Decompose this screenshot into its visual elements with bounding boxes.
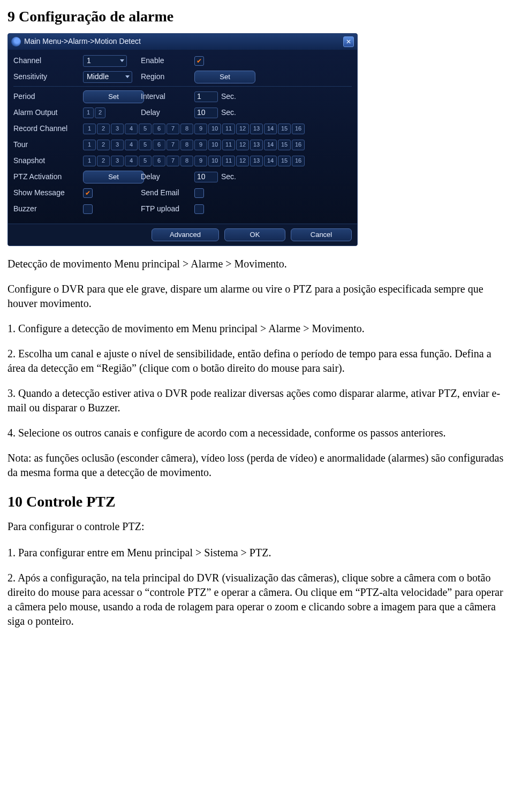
- record-channel-4[interactable]: 4: [125, 124, 138, 134]
- chevron-down-icon: [125, 75, 130, 78]
- alarm-output-2[interactable]: 2: [95, 108, 105, 118]
- show-message-checkbox[interactable]: ✔: [83, 188, 93, 198]
- region-set-button[interactable]: Set: [194, 71, 255, 83]
- section9-step1: 1. Configure a detecção de movimento em …: [7, 321, 507, 336]
- snapshot-channel-8[interactable]: 8: [180, 156, 193, 166]
- record-channel-6[interactable]: 6: [153, 124, 165, 134]
- snapshot-channel-11[interactable]: 11: [222, 156, 235, 166]
- record-channel-7[interactable]: 7: [167, 124, 179, 134]
- snapshot-channel-10[interactable]: 10: [208, 156, 221, 166]
- label-ftp-upload: FTP upload: [141, 204, 190, 214]
- label-ptz-delay: Delay: [141, 172, 190, 182]
- label-snapshot: Snapshot: [13, 156, 79, 166]
- section9-step4: 4. Selecione os outros canais e configur…: [7, 426, 507, 440]
- snapshot-channel-7[interactable]: 7: [167, 156, 179, 166]
- record-channel-14[interactable]: 14: [264, 124, 277, 134]
- record-channel-10[interactable]: 10: [208, 124, 221, 134]
- tour-channel-7[interactable]: 7: [167, 140, 179, 150]
- snapshot-channel-2[interactable]: 2: [97, 156, 110, 166]
- alarm-delay-unit: Sec.: [221, 108, 236, 118]
- snapshot-channel-15[interactable]: 15: [278, 156, 291, 166]
- snapshot-channel-9[interactable]: 9: [194, 156, 207, 166]
- tour-channel-15[interactable]: 15: [278, 140, 291, 150]
- tour-buttons: 12345678910111213141516: [83, 140, 305, 150]
- wand-icon: [11, 37, 21, 47]
- label-alarm-delay: Delay: [141, 108, 190, 118]
- label-send-email: Send Email: [141, 188, 190, 198]
- tour-channel-8[interactable]: 8: [180, 140, 193, 150]
- record-channel-9[interactable]: 9: [194, 124, 207, 134]
- record-channel-5[interactable]: 5: [139, 124, 152, 134]
- record-channel-15[interactable]: 15: [278, 124, 291, 134]
- snapshot-channel-5[interactable]: 5: [139, 156, 152, 166]
- record-channel-16[interactable]: 16: [292, 124, 305, 134]
- snapshot-channel-13[interactable]: 13: [250, 156, 263, 166]
- label-enable: Enable: [141, 56, 190, 66]
- label-channel: Channel: [13, 56, 79, 66]
- tour-channel-1[interactable]: 1: [83, 140, 96, 150]
- record-channel-13[interactable]: 13: [250, 124, 263, 134]
- send-email-checkbox[interactable]: ✔: [194, 188, 204, 198]
- label-buzzer: Buzzer: [13, 204, 79, 214]
- channel-select[interactable]: 1: [83, 55, 127, 67]
- snapshot-channel-16[interactable]: 16: [292, 156, 305, 166]
- motion-detect-dialog: Main Menu->Alarm->Motion Detect ✕ Channe…: [7, 33, 358, 246]
- section9-step2: 2. Escolha um canal e ajuste o nível de …: [7, 347, 507, 376]
- period-set-button[interactable]: Set: [83, 90, 144, 103]
- section9-intro: Detecção de movimento Menu principal > A…: [7, 257, 507, 271]
- record-channel-1[interactable]: 1: [83, 124, 96, 134]
- label-region: Region: [141, 72, 190, 82]
- record-channel-3[interactable]: 3: [111, 124, 124, 134]
- ptz-delay-unit: Sec.: [221, 172, 236, 182]
- tour-channel-3[interactable]: 3: [111, 140, 124, 150]
- tour-channel-6[interactable]: 6: [153, 140, 165, 150]
- tour-channel-16[interactable]: 16: [292, 140, 305, 150]
- snapshot-channel-4[interactable]: 4: [125, 156, 138, 166]
- alarm-output-1[interactable]: 1: [83, 108, 94, 118]
- record-channel-8[interactable]: 8: [180, 124, 193, 134]
- record-channel-2[interactable]: 2: [97, 124, 110, 134]
- tour-channel-2[interactable]: 2: [97, 140, 110, 150]
- snapshot-channel-14[interactable]: 14: [264, 156, 277, 166]
- dialog-body: Channel 1 Enable ✔ Sensitivity Middle: [8, 50, 357, 224]
- label-record-channel: Record Channel: [13, 124, 79, 134]
- snapshot-channel-12[interactable]: 12: [236, 156, 249, 166]
- section9-step3: 3. Quando a detecção estiver ativa o DVR…: [7, 386, 507, 415]
- sensitivity-select[interactable]: Middle: [83, 71, 132, 83]
- enable-checkbox[interactable]: ✔: [194, 56, 204, 66]
- ptz-delay-value: 10: [197, 172, 206, 182]
- alarm-delay-value: 10: [197, 108, 206, 118]
- alarm-delay-input[interactable]: 10: [194, 108, 218, 118]
- snapshot-channel-6[interactable]: 6: [153, 156, 165, 166]
- interval-input[interactable]: 1: [194, 91, 218, 102]
- tour-channel-5[interactable]: 5: [139, 140, 152, 150]
- tour-channel-9[interactable]: 9: [194, 140, 207, 150]
- tour-channel-13[interactable]: 13: [250, 140, 263, 150]
- advanced-button[interactable]: Advanced: [152, 228, 219, 241]
- ok-button[interactable]: OK: [224, 228, 285, 241]
- ptz-set-button[interactable]: Set: [83, 171, 144, 183]
- close-icon[interactable]: ✕: [343, 36, 354, 47]
- cancel-button[interactable]: Cancel: [291, 228, 352, 241]
- tour-channel-12[interactable]: 12: [236, 140, 249, 150]
- label-period: Period: [13, 91, 79, 102]
- ptz-delay-input[interactable]: 10: [194, 172, 218, 182]
- snapshot-channel-3[interactable]: 3: [111, 156, 124, 166]
- tour-channel-4[interactable]: 4: [125, 140, 138, 150]
- tour-channel-10[interactable]: 10: [208, 140, 221, 150]
- snapshot-channel-1[interactable]: 1: [83, 156, 96, 166]
- record-channel-12[interactable]: 12: [236, 124, 249, 134]
- dialog-footer: Advanced OK Cancel: [8, 224, 357, 246]
- sensitivity-select-value: Middle: [87, 72, 109, 82]
- tour-channel-11[interactable]: 11: [222, 140, 235, 150]
- dialog-title-text: Main Menu->Alarm->Motion Detect: [24, 36, 141, 47]
- ftp-upload-checkbox[interactable]: ✔: [194, 204, 204, 214]
- record-channel-11[interactable]: 11: [222, 124, 235, 134]
- section9-configure: Configure o DVR para que ele grave, disp…: [7, 282, 507, 311]
- chevron-down-icon: [120, 59, 124, 62]
- label-tour: Tour: [13, 140, 79, 150]
- buzzer-checkbox[interactable]: ✔: [83, 204, 93, 214]
- section-10-title: 10 Controle PTZ: [7, 492, 507, 512]
- label-sensitivity: Sensitivity: [13, 72, 79, 82]
- tour-channel-14[interactable]: 14: [264, 140, 277, 150]
